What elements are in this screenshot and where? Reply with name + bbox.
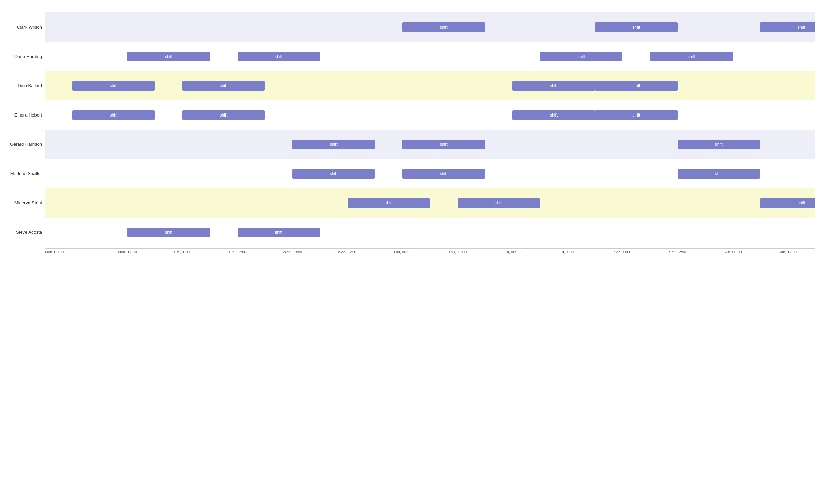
vertical-line-10 [595,12,595,247]
shift-block-5-0[interactable]: shift [292,169,375,179]
row-name-7: Steve Acosta [7,218,45,247]
x-axis-label-3: Tue, 12:00 [210,250,265,254]
vertical-line-7 [430,12,430,247]
shift-block-6-2[interactable]: shift [760,198,815,208]
row-name-4: Gerard Harrison [7,130,45,159]
vertical-line-4 [265,12,265,247]
x-axis-label-11: Sat, 12:00 [650,250,705,254]
row-name-6: Minerva Stout [7,188,45,218]
row-name-3: Elnora Hebert [7,100,45,130]
x-axis-label-10: Sat, 00:00 [595,250,650,254]
x-axis-label-1: Mon, 12:00 [100,250,155,254]
shift-block-6-1[interactable]: shift [458,198,540,208]
row-name-5: Marlene Shaffer [7,159,45,188]
row-name-0: Clark Wilson [7,12,45,42]
shift-block-0-2[interactable]: shift [760,22,815,32]
x-axis-label-4: Wed, 00:00 [265,250,320,254]
row-name-1: Dane Harding [7,42,45,71]
shift-block-1-3[interactable]: shift [650,52,732,61]
shift-block-3-3[interactable]: shift [595,110,678,120]
x-axis-label-0: Mon, 00:00 [45,250,100,254]
name-column: Clark WilsonDane HardingDion BallardElno… [7,12,45,247]
shift-block-2-0[interactable]: shift [72,81,155,91]
vertical-line-3 [210,12,210,247]
x-axis-label-8: Fri, 00:00 [485,250,540,254]
shift-block-2-2[interactable]: shift [512,81,595,91]
shift-block-4-1[interactable]: shift [402,140,485,149]
shift-block-4-2[interactable]: shift [678,140,760,149]
shift-block-5-1[interactable]: shift [402,169,485,179]
shift-block-2-1[interactable]: shift [182,81,265,91]
shift-block-0-1[interactable]: shift [402,22,485,32]
vertical-line-12 [705,12,705,247]
vertical-line-9 [540,12,540,247]
page-container: Clark WilsonDane HardingDion BallardElno… [7,12,815,254]
chart-body: Clark WilsonDane HardingDion BallardElno… [7,12,815,247]
vertical-line-8 [485,12,485,247]
chart-container: Clark WilsonDane HardingDion BallardElno… [7,12,815,254]
shift-block-3-2[interactable]: shift [512,110,595,120]
vertical-line-5 [320,12,320,247]
x-axis-label-5: Wed, 12:00 [320,250,375,254]
x-axis-label-7: Thu, 12:00 [430,250,485,254]
vertical-line-0 [45,12,45,247]
shift-block-7-1[interactable]: shift [238,228,320,237]
x-axis-label-12: Sun, 00:00 [705,250,760,254]
shift-block-1-2[interactable]: shift [540,52,622,61]
x-axis-label-6: Thu, 00:00 [375,250,430,254]
x-axis-label-9: Fri, 12:00 [540,250,595,254]
vertical-line-1 [100,12,100,247]
vertical-line-2 [155,12,155,247]
vertical-line-11 [650,12,650,247]
shift-block-4-0[interactable]: shift [292,140,375,149]
row-name-2: Dion Ballard [7,71,45,100]
shift-block-1-1[interactable]: shift [238,52,320,61]
grid-area: shiftshiftshiftshiftshiftshiftshiftshift… [45,12,815,247]
vertical-line-13 [760,12,760,247]
shift-block-3-0[interactable]: shift [72,110,155,120]
shift-block-5-2[interactable]: shift [678,169,760,179]
x-axis: Mon, 00:00Mon, 12:00Tue, 00:00Tue, 12:00… [45,248,815,254]
x-axis-label-13: Sun, 12:00 [760,250,815,254]
shift-block-1-0[interactable]: shift [127,52,210,61]
x-axis-label-2: Tue, 00:00 [155,250,210,254]
shift-block-2-3[interactable]: shift [595,81,678,91]
shift-block-3-1[interactable]: shift [182,110,265,120]
shift-block-7-0[interactable]: shift [127,228,210,237]
shift-block-6-0[interactable]: shift [348,198,430,208]
shift-block-0-0[interactable]: shift [595,22,678,32]
vertical-line-6 [375,12,375,247]
